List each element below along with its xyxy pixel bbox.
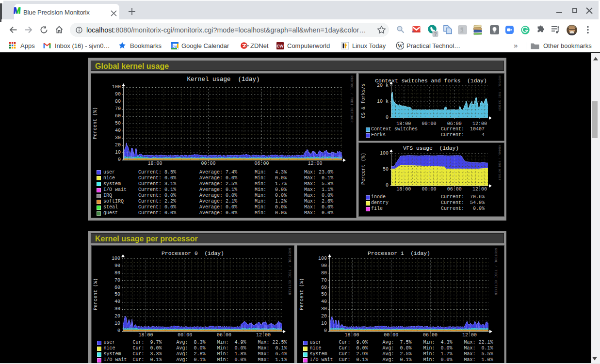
svg-text:?: ?	[434, 32, 437, 37]
svg-text:28: 28	[173, 45, 177, 49]
svg-text:CW: CW	[276, 44, 284, 48]
svg-text:M: M	[13, 6, 21, 15]
svg-text:W: W	[398, 43, 403, 48]
